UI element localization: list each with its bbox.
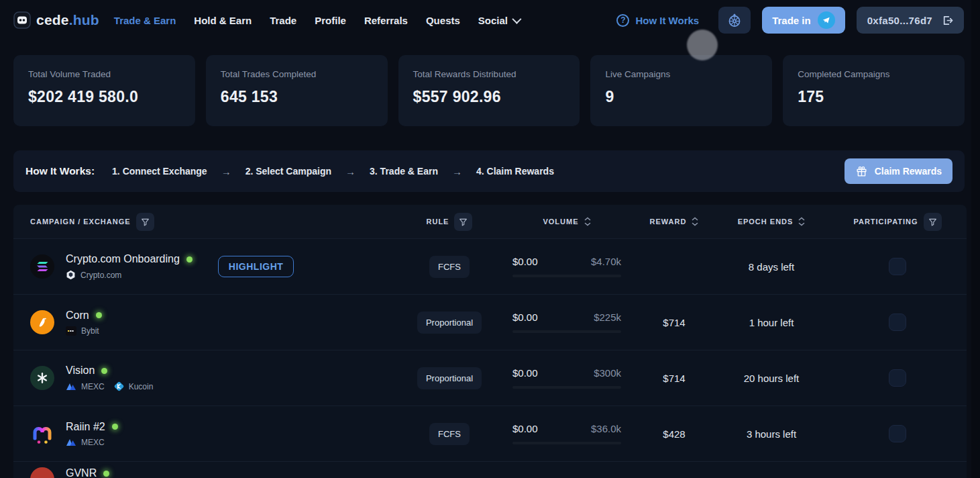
volume-progress-bar bbox=[512, 330, 621, 333]
step-select-campaign: 2. Select Campaign bbox=[246, 166, 331, 177]
volume-current: $0.00 bbox=[512, 367, 538, 379]
exchange-name: Crypto.com bbox=[80, 271, 121, 280]
column-campaign-exchange: CAMPAIGN / EXCHANGE bbox=[13, 213, 399, 231]
volume-total: $300k bbox=[594, 367, 621, 379]
nav-item-hold-and-earn[interactable]: Hold & Earn bbox=[194, 15, 252, 26]
step-connect-exchange: 1. Connect Exchange bbox=[112, 166, 207, 177]
table-header-row: CAMPAIGN / EXCHANGE RULE VOLUME REWARD bbox=[13, 205, 967, 238]
nav-item-trade-and-earn[interactable]: Trade & Earn bbox=[114, 15, 176, 26]
volume-progress-bar bbox=[512, 386, 621, 389]
campaign-row-corn[interactable]: Corn Bybit Proportional bbox=[13, 294, 967, 350]
column-volume: VOLUME bbox=[500, 217, 634, 226]
how-it-works-title: How It Works: bbox=[25, 165, 95, 177]
campaign-info: Corn Bybit bbox=[66, 309, 104, 336]
prize-wheel-button[interactable] bbox=[718, 7, 751, 34]
volume-cell: $0.00 $300k bbox=[500, 367, 634, 389]
participating-cell bbox=[828, 258, 967, 275]
raiin-token-icon bbox=[30, 422, 54, 446]
live-dot-icon bbox=[186, 256, 193, 262]
stat-label: Total Volume Traded bbox=[28, 69, 180, 79]
arrow-right-icon: → bbox=[452, 166, 462, 177]
campaign-info: Vision MEXC Kucoin bbox=[66, 365, 158, 391]
epoch-ends-cell: 8 days left bbox=[714, 261, 828, 273]
header-actions: ? How It Works Trade in 0x bbox=[616, 7, 964, 34]
stat-value: 645 153 bbox=[221, 88, 373, 106]
participating-checkbox[interactable] bbox=[889, 314, 906, 331]
campaign-name: Vision bbox=[66, 365, 95, 377]
nav-item-referrals[interactable]: Referrals bbox=[364, 15, 408, 26]
epoch-ends-cell: 20 hours left bbox=[714, 373, 828, 384]
nav-item-quests[interactable]: Quests bbox=[426, 15, 460, 26]
stat-label: Total Trades Completed bbox=[221, 69, 373, 79]
mexc-exchange-icon bbox=[66, 438, 76, 446]
campaign-name: GVNR bbox=[66, 467, 97, 478]
claim-rewards-button[interactable]: Claim Rewards bbox=[845, 158, 952, 184]
rule-filter-icon[interactable] bbox=[454, 213, 472, 231]
column-label: VOLUME bbox=[543, 218, 578, 226]
campaign-row-vision[interactable]: Vision MEXC Kucoin Prop bbox=[13, 350, 967, 405]
exchange-name: Kucoin bbox=[129, 382, 154, 391]
rule-cell: Proportional bbox=[399, 312, 500, 334]
main-nav: Trade & Earn Hold & Earn Trade Profile R… bbox=[114, 15, 519, 26]
campaign-cell: GVNR bbox=[13, 462, 399, 478]
nav-item-profile[interactable]: Profile bbox=[315, 15, 346, 26]
nav-item-trade[interactable]: Trade bbox=[270, 15, 296, 26]
volume-sort-icon[interactable] bbox=[584, 217, 591, 226]
campaign-cell: Corn Bybit bbox=[13, 309, 399, 336]
cede-hub-logo[interactable]: cede.hub bbox=[13, 11, 99, 29]
stat-value: 9 bbox=[605, 88, 757, 106]
stat-label: Live Campaigns bbox=[605, 69, 757, 79]
how-it-works-steps: 1. Connect Exchange → 2. Select Campaign… bbox=[112, 166, 554, 177]
participating-checkbox[interactable] bbox=[889, 425, 906, 442]
question-mark-icon: ? bbox=[616, 14, 629, 27]
corn-token-icon bbox=[30, 310, 54, 334]
wallet-address: 0xfa50...76d7 bbox=[867, 15, 932, 26]
epoch-ends-cell: 3 hours left bbox=[714, 428, 828, 440]
live-dot-icon bbox=[101, 368, 107, 374]
telegram-icon bbox=[818, 11, 835, 29]
stat-card-completed-campaigns: Completed Campaigns 175 bbox=[783, 55, 965, 126]
right-edge-strip bbox=[971, 0, 980, 478]
arrow-right-icon: → bbox=[345, 166, 356, 177]
column-label: CAMPAIGN / EXCHANGE bbox=[30, 218, 131, 226]
how-it-works-link[interactable]: ? How It Works bbox=[616, 14, 699, 27]
trade-in-label: Trade in bbox=[772, 15, 811, 26]
campaign-row-crypto-com-onboarding[interactable]: Crypto.com Onboarding Crypto.com HIGHLIG… bbox=[13, 238, 967, 294]
rule-badge: Proportional bbox=[417, 312, 482, 334]
participating-checkbox[interactable] bbox=[889, 258, 906, 275]
campaign-filter-icon[interactable] bbox=[136, 213, 154, 231]
campaigns-table: CAMPAIGN / EXCHANGE RULE VOLUME REWARD bbox=[13, 205, 967, 478]
stat-card-total-volume: Total Volume Traded $202 419 580.0 bbox=[13, 55, 195, 126]
nav-item-social[interactable]: Social bbox=[478, 15, 519, 26]
rule-badge: Proportional bbox=[417, 367, 482, 389]
volume-cell: $0.00 $36.0k bbox=[500, 423, 634, 444]
reward-sort-icon[interactable] bbox=[692, 217, 698, 226]
participating-checkbox[interactable] bbox=[889, 369, 906, 387]
claim-rewards-label: Claim Rewards bbox=[875, 166, 942, 177]
exchange-name: MEXC bbox=[81, 382, 105, 391]
kucoin-exchange-icon bbox=[114, 381, 124, 391]
volume-total: $225k bbox=[594, 312, 621, 323]
column-participating: PARTICIPATING bbox=[828, 213, 967, 231]
reward-cell: $714 bbox=[634, 373, 714, 384]
trade-in-telegram-button[interactable]: Trade in bbox=[762, 7, 845, 34]
epoch-sort-icon[interactable] bbox=[798, 217, 805, 226]
participating-cell bbox=[828, 369, 967, 387]
live-dot-icon bbox=[112, 424, 118, 430]
column-label: RULE bbox=[427, 218, 449, 226]
logout-icon bbox=[940, 14, 953, 27]
volume-current: $0.00 bbox=[512, 312, 538, 323]
campaign-cell: Vision MEXC Kucoin bbox=[13, 365, 399, 391]
solana-token-icon bbox=[30, 254, 54, 279]
chevron-down-icon bbox=[512, 15, 521, 24]
campaign-row-gvnr[interactable]: GVNR bbox=[13, 461, 967, 478]
campaign-name: Corn bbox=[66, 309, 89, 322]
column-rule: RULE bbox=[399, 213, 500, 231]
gvnr-token-icon bbox=[30, 467, 54, 478]
participating-filter-icon[interactable] bbox=[924, 213, 942, 231]
stat-label: Total Rewards Distributed bbox=[413, 69, 565, 79]
wallet-address-button[interactable]: 0xfa50...76d7 bbox=[857, 7, 964, 34]
campaign-row-raiin-2[interactable]: Raiin #2 MEXC FCFS $0.00 $36.0k bbox=[13, 405, 967, 461]
rule-cell: FCFS bbox=[399, 256, 500, 278]
live-dot-icon bbox=[103, 471, 109, 477]
